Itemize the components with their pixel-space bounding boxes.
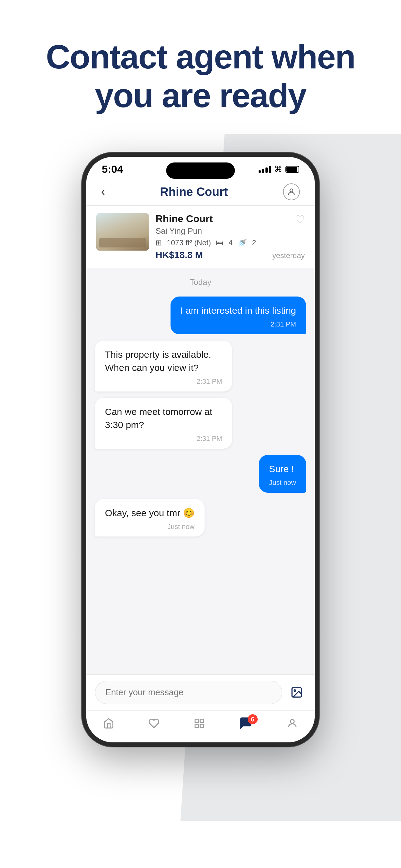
svg-rect-6 [195,724,198,728]
message-incoming-2: Can we meet tomorrow at 3:30 pm? 2:31 PM [95,398,232,449]
tab-chat[interactable]: 6 [239,716,253,733]
chat-area: Today I am interested in this listing 2:… [86,268,315,674]
date-divider: Today [95,277,306,287]
listing-thumbnail [96,213,149,251]
tab-gallery[interactable] [194,717,205,732]
status-icons: ⌘ [259,164,299,174]
home-icon [103,717,114,732]
svg-rect-3 [195,719,198,723]
listing-card: Rhine Court ♡ Sai Ying Pun ⊞ 1073 ft² (N… [86,206,315,268]
svg-point-0 [290,189,293,192]
heart-icon [148,717,160,732]
bath-icon: 🚿 [238,239,247,247]
favorite-icon[interactable]: ♡ [295,213,305,226]
phone-section: 5:04 ⌘ ‹ Rhine Court [0,134,401,821]
person-icon[interactable] [283,183,300,200]
svg-rect-5 [200,724,204,728]
profile-icon [287,717,298,732]
phone-wrapper: 5:04 ⌘ ‹ Rhine Court [82,153,319,747]
gallery-icon [194,717,205,732]
listing-date: yesterday [272,251,305,260]
message-time: 2:31 PM [105,377,222,386]
hero-title: Contact agent when you are ready [25,37,376,115]
message-text: Sure ! [269,464,294,474]
chat-badge: 6 [248,714,258,724]
listing-info: Rhine Court ♡ Sai Ying Pun ⊞ 1073 ft² (N… [156,213,305,260]
message-text: Can we meet tomorrow at 3:30 pm? [105,406,212,430]
message-time: Just now [269,478,296,488]
phone-frame: 5:04 ⌘ ‹ Rhine Court [82,153,319,747]
message-text: This property is available. When can you… [105,349,211,373]
message-outgoing-1: I am interested in this listing 2:31 PM [170,297,306,334]
listing-price: HK$18.8 M [156,250,203,260]
listing-details: ⊞ 1073 ft² (Net) 🛏 4 🚿 2 [156,239,305,247]
message-incoming-1: This property is available. When can you… [95,341,232,392]
tab-bar: 6 [86,710,315,742]
message-time: Just now [105,522,195,532]
image-attach-button[interactable] [287,683,306,702]
tab-profile[interactable] [287,717,298,732]
status-time: 5:04 [102,163,123,175]
message-time: 2:31 PM [180,320,296,329]
signal-icon [259,166,271,173]
listing-area: 1073 ft² (Net) [167,239,211,247]
listing-name: Rhine Court [156,213,213,225]
hero-section: Contact agent when you are ready [0,0,401,134]
message-outgoing-2: Sure ! Just now [259,455,306,493]
svg-rect-4 [200,719,204,723]
wifi-icon: ⌘ [274,164,282,174]
message-text: I am interested in this listing [180,305,296,316]
input-area [86,674,315,710]
message-input[interactable] [95,681,282,704]
nav-bar: ‹ Rhine Court [86,178,315,206]
nav-title: Rhine Court [160,185,228,199]
battery-icon [286,166,299,173]
message-text: Okay, see you tmr 😊 [105,508,195,518]
message-time: 2:31 PM [105,434,222,444]
back-button[interactable]: ‹ [101,185,105,198]
dynamic-island [166,162,235,179]
listing-location: Sai Ying Pun [156,226,305,236]
area-icon: ⊞ [156,239,162,247]
tab-saved[interactable] [148,717,160,732]
tab-home[interactable] [103,717,114,732]
svg-point-2 [294,690,296,691]
listing-baths: 2 [252,239,256,247]
bed-icon: 🛏 [216,239,223,247]
svg-point-7 [291,720,294,723]
message-incoming-3: Okay, see you tmr 😊 Just now [95,499,205,537]
listing-beds: 4 [228,239,232,247]
